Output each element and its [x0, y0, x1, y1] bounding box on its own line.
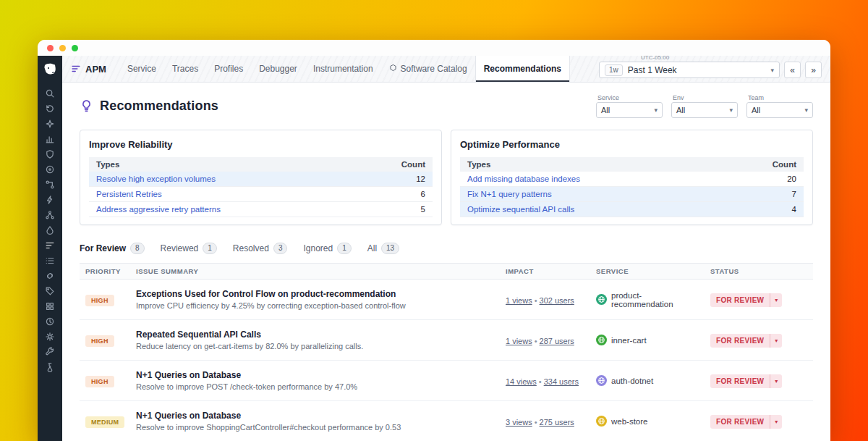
review-tabs: For Review8Reviewed1Resolved3Ignored1All…	[80, 243, 813, 254]
status-dropdown[interactable]: FOR REVIEW▾	[710, 293, 782, 307]
views-link[interactable]: 1 views	[506, 337, 532, 345]
card-title: Optimize Performance	[460, 139, 804, 150]
status-dropdown[interactable]: FOR REVIEW▾	[710, 334, 782, 348]
issue-title: Exceptions Used for Control Flow on prod…	[136, 289, 494, 299]
filter-team-select[interactable]: All▾	[746, 102, 813, 118]
nav-item-profiles[interactable]: Profiles	[206, 56, 251, 82]
minimize-window-button[interactable]	[59, 45, 66, 51]
recommendation-type-link[interactable]: Resolve high exception volumes	[96, 175, 216, 183]
priority-cell: MEDIUM	[80, 414, 130, 428]
sidebar-shield-icon[interactable]	[43, 148, 58, 159]
skip-forward-button[interactable]: »	[805, 62, 822, 78]
card-table-header: TypesCount	[89, 157, 433, 172]
nav-item-service[interactable]: Service	[119, 56, 164, 82]
chevron-down-icon: ▾	[804, 106, 808, 114]
tab-label: Ignored	[303, 243, 333, 253]
sidebar-wrench-icon[interactable]	[43, 346, 58, 357]
filter-env-select[interactable]: All▾	[671, 102, 738, 118]
datadog-logo-icon[interactable]	[42, 62, 58, 77]
priority-badge: MEDIUM	[85, 416, 124, 428]
service-icon	[596, 375, 607, 386]
bullet-separator: •	[539, 377, 542, 386]
nav-item-instrumentation[interactable]: Instrumentation	[305, 56, 381, 82]
views-link[interactable]: 3 views	[506, 418, 532, 427]
nav-item-debugger[interactable]: Debugger	[251, 56, 305, 82]
service-cell: product-recommendation	[590, 291, 705, 308]
close-window-button[interactable]	[47, 45, 54, 51]
column-types: Types	[96, 160, 119, 169]
users-link[interactable]: 287 users	[540, 337, 574, 345]
views-link[interactable]: 1 views	[506, 296, 532, 305]
sidebar-clock-icon[interactable]	[43, 316, 58, 327]
recommendation-type-link[interactable]: Add missing database indexes	[467, 175, 580, 183]
sidebar-list-icon[interactable]	[43, 255, 58, 266]
filter-label: Service	[596, 94, 663, 101]
sidebar-target-icon[interactable]	[43, 164, 58, 175]
tab-count-badge: 3	[273, 243, 288, 254]
sidebar-chart-icon[interactable]	[43, 133, 58, 144]
nav-item-software-catalog[interactable]: Software Catalog	[381, 56, 475, 82]
priority-badge: HIGH	[85, 295, 114, 306]
nav-item-traces[interactable]: Traces	[164, 56, 206, 82]
tab-all[interactable]: All13	[367, 243, 399, 254]
recommendation-count: 12	[416, 175, 425, 183]
status-cell: FOR REVIEW▾	[705, 414, 813, 429]
status-dropdown[interactable]: FOR REVIEW▾	[710, 374, 782, 388]
status-label: FOR REVIEW	[710, 374, 770, 388]
sidebar-search-icon[interactable]	[43, 88, 58, 98]
zoom-window-button[interactable]	[72, 45, 78, 51]
sidebar-history-icon[interactable]	[43, 103, 58, 114]
tab-count-badge: 8	[130, 243, 145, 254]
service-name: inner-cart	[611, 336, 647, 345]
recommendation-type-link[interactable]: Persistent Retries	[96, 190, 162, 198]
recommendation-type-link[interactable]: Fix N+1 query patterns	[467, 190, 552, 198]
status-dropdown[interactable]: FOR REVIEW▾	[710, 415, 782, 429]
sidebar-cluster-icon[interactable]	[43, 209, 58, 220]
time-range-picker[interactable]: 1w Past 1 Week ▾	[599, 62, 780, 78]
column-header-service: SERVICE	[590, 264, 705, 279]
app-window: APM ServiceTracesProfilesDebuggerInstrum…	[38, 40, 830, 441]
issue-title: N+1 Queries on Database	[136, 370, 494, 380]
service-cell: inner-cart	[590, 335, 705, 345]
nav-item-label: Service	[127, 64, 156, 74]
nav-item-label: Traces	[172, 64, 198, 74]
sidebar-tag-icon[interactable]	[43, 285, 58, 296]
sidebar-grid-icon[interactable]	[43, 301, 58, 311]
users-link[interactable]: 302 users	[540, 296, 574, 305]
table-row: HIGHExceptions Used for Control Flow on …	[80, 280, 813, 320]
nav-item-recommendations[interactable]: Recommendations	[475, 56, 570, 82]
tab-reviewed[interactable]: Reviewed1	[161, 243, 217, 254]
users-link[interactable]: 334 users	[544, 377, 579, 386]
recommendation-type-link[interactable]: Address aggressive retry patterns	[96, 205, 221, 214]
skip-back-button[interactable]: «	[784, 62, 801, 78]
tab-resolved[interactable]: Resolved3	[233, 243, 288, 254]
apm-icon	[71, 64, 81, 74]
table-row: HIGHN+1 Queries on DatabaseResolve to im…	[80, 361, 813, 401]
card-improve-reliability: Improve ReliabilityTypesCountResolve hig…	[80, 130, 442, 225]
filter-service-select[interactable]: All▾	[596, 102, 663, 118]
sidebar-bolt-icon[interactable]	[43, 194, 58, 205]
chevron-down-icon: ▾	[770, 415, 782, 429]
window-titlebar	[38, 40, 830, 56]
catalog-icon	[389, 64, 397, 74]
service-cell: web-store	[590, 416, 705, 427]
sidebar-flask-icon[interactable]	[43, 361, 58, 372]
users-link[interactable]: 275 users	[540, 418, 574, 427]
recommendation-type-link[interactable]: Optimize sequential API calls	[467, 205, 574, 214]
sidebar-workflow-icon[interactable]	[43, 179, 58, 190]
sidebar-apm-stripes-icon[interactable]	[43, 240, 58, 251]
views-link[interactable]: 14 views	[506, 377, 537, 386]
sidebar-droplet-icon[interactable]	[43, 224, 58, 235]
card-row: Optimize sequential API calls4	[460, 202, 804, 217]
tab-count-badge: 1	[203, 243, 217, 254]
tab-for-review[interactable]: For Review8	[80, 243, 145, 254]
nav-item-label: Software Catalog	[401, 64, 467, 74]
sidebar-gear-icon[interactable]	[43, 331, 58, 342]
range-label: Past 1 Week	[628, 65, 766, 75]
card-row: Persistent Retries6	[89, 187, 433, 202]
tab-ignored[interactable]: Ignored1	[303, 243, 351, 254]
service-icon	[596, 294, 607, 305]
issue-summary-cell: N+1 Queries on DatabaseResolve to improv…	[130, 370, 500, 391]
sidebar-link-icon[interactable]	[43, 270, 58, 281]
sidebar-spark-icon[interactable]	[43, 118, 58, 129]
